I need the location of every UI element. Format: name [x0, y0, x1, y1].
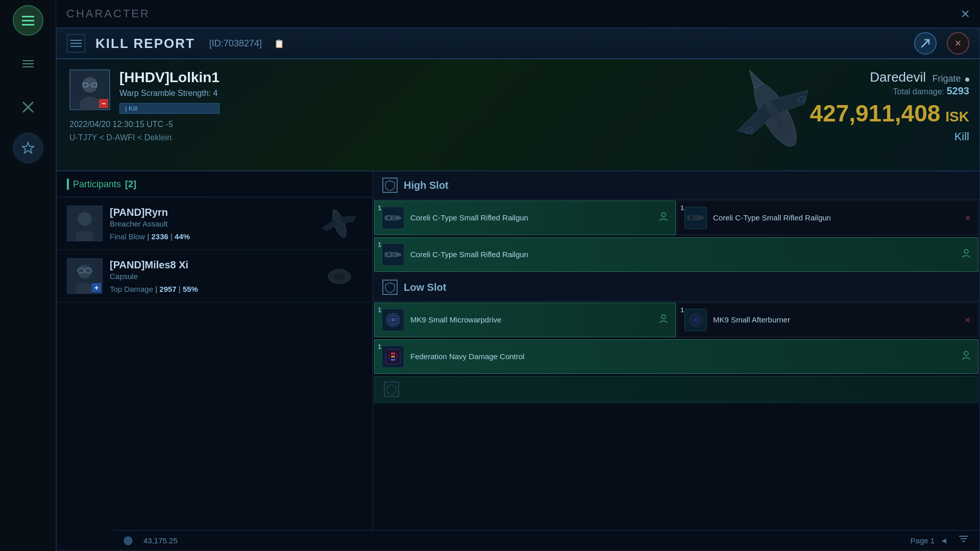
module-count: 1 — [378, 343, 381, 350]
pilot-icon-fndc — [962, 351, 971, 363]
svg-point-38 — [662, 315, 666, 319]
damage-value-2: 2957 — [159, 285, 176, 293]
section-title-bar — [67, 179, 69, 190]
low-slot-row-2: 1 Federation Navy Damage Co — [373, 338, 979, 375]
svg-point-34 — [964, 249, 968, 254]
svg-point-30 — [689, 215, 694, 220]
bottom-bar: 43,175.25 Page 1 ◄ — [113, 530, 979, 550]
character-name: [HHDV]Lolkin1 — [119, 69, 219, 86]
module-item-2[interactable]: 1 Coreli C-Type Small Rifled Railgun — [374, 237, 978, 272]
isk-label: ISK — [945, 109, 969, 125]
high-slot-row-1: 1 Coreli C-Type Small Rifled Railgun — [373, 199, 979, 236]
kill-report-id: [ID:7038274] — [209, 38, 262, 49]
module-item-fndc[interactable]: 1 Federation Navy Damage Co — [374, 339, 978, 374]
window-close-button[interactable]: × — [947, 32, 969, 55]
final-blow-label: Final Blow — [110, 232, 145, 241]
person-icon-2 — [962, 249, 971, 258]
module-count: 1 — [378, 306, 381, 314]
remove-icon-ab[interactable]: × — [965, 314, 971, 326]
ship-dot — [965, 78, 969, 82]
person-icon-fndc — [962, 351, 971, 360]
page-prev-arrow[interactable]: ◄ — [940, 536, 948, 545]
high-slot-section: High Slot 1 — [373, 171, 979, 273]
bottom-value: 43,175.25 — [143, 536, 178, 545]
separator-pct-2: | — [179, 285, 183, 293]
module-count: 1 — [378, 241, 381, 248]
export-icon — [920, 38, 931, 49]
module-item-ab[interactable]: 1 MK9 Small Afterburner × — [677, 303, 978, 337]
app-close-button[interactable]: × — [961, 5, 970, 22]
module-item-next[interactable] — [374, 376, 978, 403]
minus-badge: − — [99, 99, 108, 108]
kill-badge: | Kill — [119, 103, 219, 114]
participant-item-2[interactable]: + [PAND]Miles8 Xi Capsule Top Damage | 2… — [57, 250, 373, 303]
person-icon-mwd — [659, 314, 668, 323]
module-icon — [382, 207, 404, 229]
participant-ship-svg-1 — [316, 210, 362, 238]
participant-info-1: [PAND]Ryrn Breacher Assault Final Blow |… — [110, 207, 309, 241]
kill-report-header: − [HHDV]Lolkin1 Warp Scramble Strength: … — [57, 59, 979, 171]
module-count: 1 — [378, 204, 381, 212]
shield-icon-low — [384, 282, 396, 293]
title-bar-menu-button[interactable] — [67, 34, 85, 53]
high-slot-title: High Slot — [373, 171, 979, 199]
menu-icon — [22, 16, 34, 26]
svg-point-47 — [964, 352, 968, 356]
shield-icon-next — [386, 384, 397, 395]
module-icon-ab — [684, 309, 707, 331]
next-slot-icon — [384, 382, 399, 397]
svg-point-26 — [386, 215, 391, 220]
pilot-icon-2 — [962, 249, 971, 261]
copy-icon[interactable]: 📋 — [274, 39, 284, 48]
sidebar-item-star[interactable] — [13, 133, 43, 163]
isk-amount: 427,911,408 — [810, 99, 941, 127]
main-window: KILL REPORT [ID:7038274] 📋 × — [56, 28, 980, 551]
sidebar-item-hamburger[interactable] — [10, 46, 46, 82]
svg-point-14 — [78, 212, 91, 226]
modules-scroll-area[interactable]: High Slot 1 — [373, 171, 979, 530]
module-name: Coreli C-Type Small Rifled Railgun — [410, 213, 528, 223]
module-name-ab: MK9 Small Afterburner — [713, 315, 790, 325]
module-name-2: Coreli C-Type Small Rifled Railgun — [410, 249, 528, 260]
svg-marker-2 — [22, 142, 34, 153]
participants-label: Participants — [73, 179, 121, 190]
sidebar-item-close[interactable] — [13, 92, 43, 122]
module-name: Coreli C-Type Small Rifled Railgun — [713, 213, 831, 223]
module-item-inactive[interactable]: 1 Coreli C-Type Small Rifled Railgun × — [677, 201, 978, 235]
participant-avatar-1 — [67, 206, 103, 241]
svg-point-37 — [391, 318, 395, 322]
module-item[interactable]: 1 Coreli C-Type Small Rifled Railgun — [374, 201, 676, 235]
bottom-icon — [123, 536, 133, 546]
sidebar-hamburger-icon — [22, 60, 34, 67]
filter-icon[interactable] — [958, 534, 969, 547]
railgun-icon-1 — [384, 209, 402, 227]
top-damage-label: Top Damage — [110, 285, 153, 293]
header-right: Daredevil Frigate Total damage: 5293 427… — [810, 69, 970, 143]
participants-panel: Participants [2] [PAND]Ryrn Breacher Ass… — [57, 171, 373, 530]
kill-date: 2022/04/20 12:30:15 UTC -5 — [69, 120, 219, 129]
separator-pct-1: | — [170, 232, 175, 241]
low-slot-row-3 — [373, 375, 979, 404]
high-slot-row-2: 1 Coreli C-Type Small Rifled Railgun — [373, 236, 979, 273]
character-info: [HHDV]Lolkin1 Warp Scramble Strength: 4 … — [119, 69, 219, 114]
participants-count: [2] — [125, 179, 136, 190]
export-button[interactable] — [914, 32, 937, 55]
filter-svg — [958, 534, 969, 545]
svg-rect-25 — [396, 217, 401, 219]
damage-pct-2: 55% — [183, 285, 198, 293]
title-hamburger-icon — [70, 40, 82, 47]
module-count: 1 — [680, 204, 684, 212]
participant-item[interactable]: [PAND]Ryrn Breacher Assault Final Blow |… — [57, 197, 373, 250]
remove-icon[interactable]: × — [965, 212, 971, 224]
participant-name-2: [PAND]Miles8 Xi — [110, 259, 309, 271]
sidebar-menu-button[interactable] — [13, 5, 43, 36]
title-bar: KILL REPORT [ID:7038274] 📋 × — [57, 29, 979, 59]
total-damage-row: Total damage: 5293 — [810, 85, 970, 97]
module-icon-fndc — [382, 345, 404, 368]
module-count: 1 — [680, 306, 684, 314]
low-slot-title: Low Slot — [373, 273, 979, 302]
low-slot-label: Low Slot — [404, 282, 446, 293]
participant-ship-icon-2 — [316, 261, 362, 291]
svg-rect-32 — [396, 254, 401, 256]
module-item-mwd[interactable]: 1 MK9 Small Microwarpdrive — [374, 303, 676, 337]
